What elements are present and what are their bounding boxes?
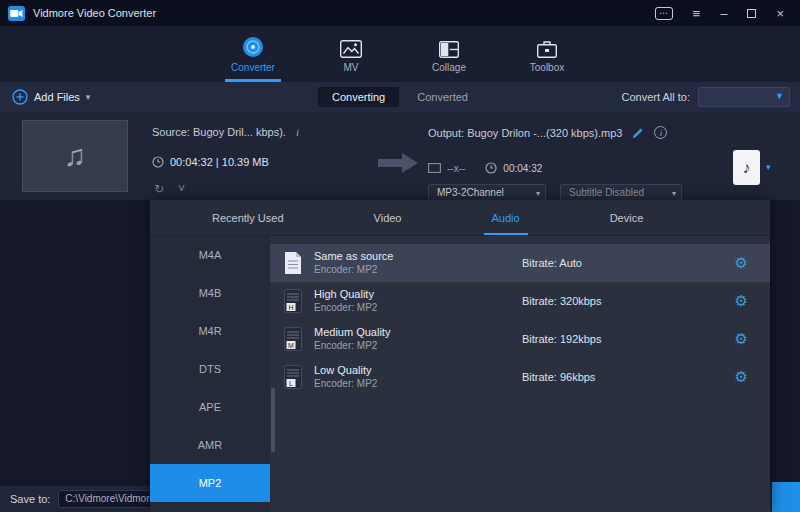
- menu-icon[interactable]: ≡: [693, 7, 701, 20]
- close-icon[interactable]: ×: [776, 7, 784, 20]
- format-badge-caret-icon[interactable]: ▾: [766, 162, 771, 172]
- profile-encoder: Encoder: MP2: [314, 377, 377, 390]
- toolbox-icon: [537, 36, 557, 58]
- settings-gear-icon[interactable]: ⚙: [735, 292, 748, 310]
- minimize-icon[interactable]: –: [720, 7, 727, 20]
- app-title: Vidmore Video Converter: [33, 7, 156, 19]
- window-controls: ⋯ ≡ – ×: [655, 7, 800, 20]
- subtitle-dropdown-value: Subtitle Disabled: [569, 187, 644, 198]
- format-dropdown-value: MP3-2Channel: [437, 187, 504, 198]
- tab-converted[interactable]: Converted: [403, 87, 482, 107]
- format-picker-popup: Recently Used Video Audio Device M4A M4B…: [150, 200, 770, 512]
- tab-collage[interactable]: Collage: [420, 26, 478, 82]
- caret-down-icon: ▾: [536, 186, 540, 201]
- convert-all-button[interactable]: [772, 482, 800, 512]
- tab-collage-label: Collage: [432, 62, 466, 73]
- svg-text:M: M: [288, 342, 294, 349]
- edit-pencil-icon[interactable]: [632, 127, 644, 139]
- popup-tab-audio[interactable]: Audio: [491, 212, 519, 224]
- format-note-icon: ♪: [743, 159, 751, 177]
- tab-toolbox-label: Toolbox: [530, 62, 564, 73]
- tab-converting[interactable]: Converting: [318, 87, 399, 107]
- popup-tab-recently-used[interactable]: Recently Used: [212, 212, 284, 224]
- app-logo-icon: [8, 6, 25, 21]
- clock-icon: [152, 156, 164, 168]
- output-format-badge[interactable]: ♪: [733, 150, 760, 185]
- profile-row-low-quality[interactable]: L Low Quality Encoder: MP2 Bitrate: 96kb…: [270, 358, 770, 396]
- tab-converter[interactable]: Converter: [224, 26, 282, 82]
- sidebar-item-amr[interactable]: AMR: [150, 426, 270, 464]
- profile-name: High Quality: [314, 288, 377, 301]
- tab-mv-label: MV: [344, 62, 359, 73]
- svg-text:L: L: [289, 380, 293, 387]
- popup-active-tab-underline: [484, 233, 528, 235]
- profile-name: Low Quality: [314, 364, 377, 377]
- file-item-row: ♫ Source: Bugoy Dril... kbps). i 00:04:3…: [0, 112, 800, 200]
- sidebar-item-m4r[interactable]: M4R: [150, 312, 270, 350]
- file-thumbnail: ♫: [22, 120, 128, 192]
- source-label: Source: Bugoy Dril... kbps).: [152, 126, 286, 138]
- maximize-icon[interactable]: [747, 9, 756, 18]
- popup-tab-video[interactable]: Video: [374, 212, 402, 224]
- mv-icon: [340, 36, 362, 58]
- settings-gear-icon[interactable]: ⚙: [735, 254, 748, 272]
- profile-bitrate: Bitrate: 96kbps: [522, 371, 595, 383]
- add-files-label: Add Files: [34, 91, 80, 103]
- convert-arrow-icon: [378, 152, 418, 178]
- quality-icon: M: [284, 327, 302, 351]
- sidebar-item-m4b[interactable]: M4B: [150, 274, 270, 312]
- profile-name: Same as source: [314, 250, 393, 263]
- sidebar-scrollbar[interactable]: [271, 388, 275, 452]
- source-duration-size: 00:04:32 | 10.39 MB: [170, 156, 269, 168]
- settings-gear-icon[interactable]: ⚙: [735, 368, 748, 386]
- app-window: Vidmore Video Converter ⋯ ≡ – × Converte…: [0, 0, 800, 512]
- profile-encoder: Encoder: MP2: [314, 263, 393, 276]
- chevron-down-icon[interactable]: ˅: [178, 182, 185, 196]
- profile-bitrate: Bitrate: 192kbps: [522, 333, 602, 345]
- tab-toolbox[interactable]: Toolbox: [518, 26, 576, 82]
- output-dimensions: --x--: [447, 163, 465, 174]
- tab-mv[interactable]: MV: [322, 26, 380, 82]
- titlebar: Vidmore Video Converter ⋯ ≡ – ×: [0, 0, 800, 26]
- profile-list: Same as source Encoder: MP2 Bitrate: Aut…: [270, 236, 770, 512]
- sidebar-item-mp2[interactable]: MP2: [150, 464, 270, 502]
- main-nav: Converter MV Collage Toolbox: [0, 26, 800, 82]
- sidebar-item-m4a[interactable]: M4A: [150, 236, 270, 274]
- add-files-button[interactable]: Add Files ▾: [12, 89, 90, 105]
- sidebar-item-dts[interactable]: DTS: [150, 350, 270, 388]
- convert-all-to-label: Convert All to:: [622, 91, 690, 103]
- popup-tab-audio-label: Audio: [491, 212, 519, 224]
- sidebar-item-ape[interactable]: APE: [150, 388, 270, 426]
- resolution-icon: [428, 163, 441, 173]
- svg-text:H: H: [288, 304, 293, 311]
- popup-tab-device[interactable]: Device: [610, 212, 644, 224]
- dropdown-arrow-icon: ▼: [775, 91, 784, 101]
- popup-tabs: Recently Used Video Audio Device: [150, 200, 770, 236]
- output-label: Output: Bugoy Drilon -...(320 kbps).mp3: [428, 127, 622, 139]
- convert-all-to-dropdown[interactable]: ▼: [698, 87, 790, 107]
- output-info-icon[interactable]: i: [654, 126, 667, 139]
- tab-converter-label: Converter: [231, 62, 275, 73]
- document-icon: [284, 251, 302, 275]
- convert-state-tabs: Converting Converted: [318, 87, 482, 107]
- settings-gear-icon[interactable]: ⚙: [735, 330, 748, 348]
- profile-row-high-quality[interactable]: H High Quality Encoder: MP2 Bitrate: 320…: [270, 282, 770, 320]
- quality-icon: L: [284, 365, 302, 389]
- toolbar: Add Files ▾ Converting Converted Convert…: [0, 82, 800, 112]
- caret-down-icon: ▾: [672, 186, 676, 201]
- output-duration: 00:04:32: [503, 163, 542, 174]
- add-files-caret-icon: ▾: [86, 92, 91, 102]
- profile-encoder: Encoder: MP2: [314, 339, 390, 352]
- format-dropdown[interactable]: MP3-2Channel ▾: [428, 184, 546, 201]
- subtitle-dropdown[interactable]: Subtitle Disabled ▾: [560, 184, 682, 201]
- source-info-icon[interactable]: i: [296, 126, 299, 138]
- refresh-icon[interactable]: ↻: [154, 182, 164, 196]
- clock-icon: [485, 162, 497, 174]
- music-note-icon: ♫: [64, 139, 87, 173]
- profile-row-same-as-source[interactable]: Same as source Encoder: MP2 Bitrate: Aut…: [270, 244, 770, 282]
- feedback-icon[interactable]: ⋯: [655, 7, 673, 20]
- converter-disc-icon: [242, 36, 264, 58]
- convert-all-to: Convert All to: ▼: [622, 87, 790, 107]
- profile-encoder: Encoder: MP2: [314, 301, 377, 314]
- profile-row-medium-quality[interactable]: M Medium Quality Encoder: MP2 Bitrate: 1…: [270, 320, 770, 358]
